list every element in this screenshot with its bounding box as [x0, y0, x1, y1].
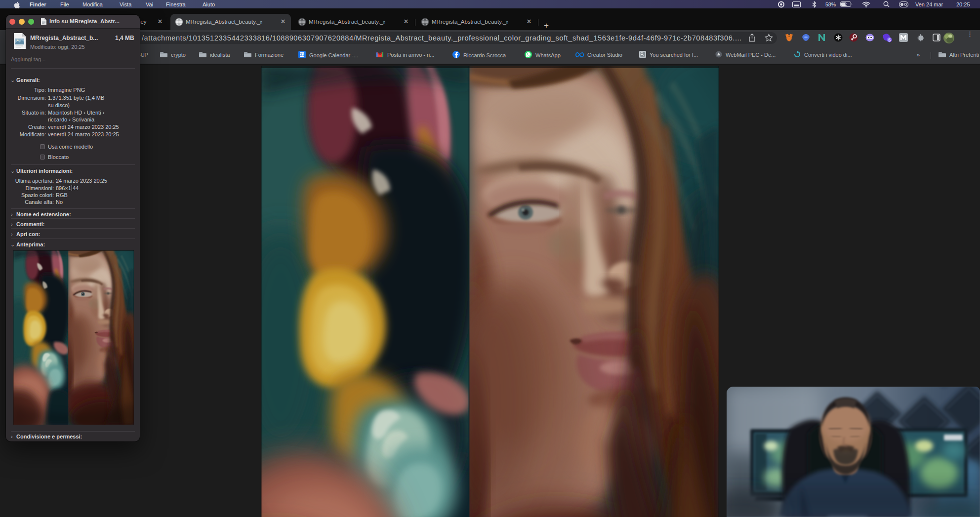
svg-text:5: 5: [888, 38, 891, 42]
svg-text:31: 31: [300, 52, 304, 57]
